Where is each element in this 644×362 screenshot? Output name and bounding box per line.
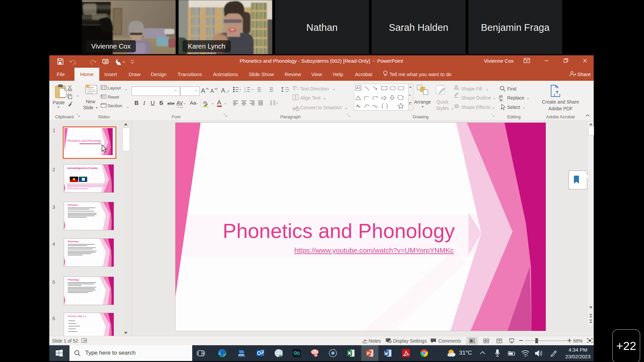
- svg-text:A: A: [356, 86, 359, 90]
- svg-text:P: P: [367, 351, 370, 356]
- svg-text:A: A: [217, 99, 221, 106]
- svg-text:ab: ab: [203, 100, 207, 104]
- svg-text:3: 3: [245, 91, 246, 93]
- svg-text:A: A: [296, 85, 298, 89]
